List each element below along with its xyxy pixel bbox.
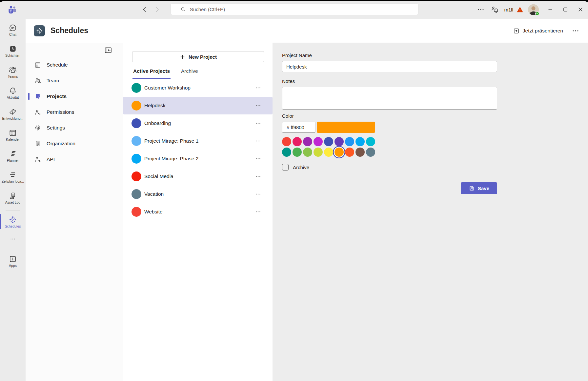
building-icon [34,140,41,147]
palette-color-swatch[interactable] [314,148,323,157]
color-label: Color [282,113,294,119]
sidebar-item-team[interactable]: Team [26,73,123,89]
palette-color-swatch[interactable] [366,137,375,146]
collapse-sidebar-button[interactable] [104,46,112,54]
rail-item-label: Schichten [5,53,20,58]
project-more-icon[interactable] [255,138,261,144]
rail-item-entwicklung[interactable]: Entwicklung... [0,104,26,125]
present-now-button[interactable]: Jetzt präsentieren [513,26,563,36]
rail-item-aktivit-t[interactable]: Aktivität [0,83,26,104]
search-input[interactable]: Suchen (Ctrl+E) [171,3,418,15]
palette-color-swatch[interactable] [282,148,291,157]
save-button[interactable]: Save [461,182,497,194]
rail-item-teams[interactable]: Teams [0,62,26,83]
rail-item-kalender[interactable]: Kalender [0,125,26,146]
new-project-button[interactable]: New Project [132,51,264,62]
projects-panel: New Project Active Projects Archive Cust… [123,43,273,381]
project-row-onboarding[interactable]: Onboarding [123,114,273,132]
sidebar-item-permissions[interactable]: Permissions [26,104,123,120]
warning-icon[interactable] [517,6,523,13]
project-more-icon[interactable] [255,102,261,109]
rail-item-zeitplan-loca[interactable]: Zeitplan loca... [0,167,26,188]
palette-color-swatch[interactable] [303,137,312,146]
notes-input[interactable] [282,87,497,110]
rail-item-planner[interactable]: Planner [0,146,26,167]
project-row-helpdesk[interactable]: Helpdesk [123,97,273,114]
account-name[interactable]: m1ll [504,7,513,12]
project-row-social-media[interactable]: Social Media [123,168,273,185]
project-name: Project Mirage: Phase 1 [144,138,198,144]
project-name: Onboarding [144,120,171,126]
palette-color-swatch[interactable] [282,137,291,146]
project-detail-panel: Project Name Notes Color # ff9800 Archiv… [273,43,588,381]
calendar-icon [9,129,17,137]
palette-row-1 [282,137,375,146]
close-button[interactable] [573,1,588,18]
sidebar-item-api[interactable]: API [26,151,123,167]
project-row-customer-workshop[interactable]: Customer Workshop [123,79,273,97]
project-more-icon[interactable] [255,191,261,197]
back-icon[interactable] [141,6,149,13]
sidebar-item-organization[interactable]: Organization [26,136,123,151]
project-row-vacation[interactable]: Vacation [123,185,273,203]
sidebar-item-settings[interactable]: Settings [26,120,123,136]
rail-item-label: Schedules [5,224,21,229]
palette-color-swatch[interactable] [324,137,333,146]
palette-color-swatch[interactable] [366,148,375,157]
project-tabs: Active Projects Archive [132,66,199,79]
project-more-icon[interactable] [255,120,261,127]
hex-color-input[interactable]: # ff9800 [282,122,315,133]
palette-color-swatch[interactable] [355,137,365,146]
palette-color-swatch[interactable] [303,148,312,157]
rail-item-chat[interactable]: Chat [0,20,26,41]
palette-color-swatch[interactable] [335,137,344,146]
rail-item-schedules[interactable]: Schedules [0,212,26,233]
minimize-button[interactable] [543,1,558,18]
palette-color-swatch[interactable] [324,148,333,157]
schedules-app-icon [34,25,45,36]
project-name: Website [144,209,163,215]
palette-color-swatch[interactable] [335,148,344,157]
palette-color-swatch[interactable] [345,148,354,157]
project-more-icon[interactable] [255,155,261,162]
sidebar-item-projects[interactable]: Projects [26,89,123,104]
sidebar-item-label: Permissions [47,109,74,115]
present-label: Jetzt präsentieren [523,28,563,34]
app-sidebar: ScheduleTeamProjectsPermissionsSettingsO… [26,43,123,381]
titlebar-more-icon[interactable] [477,6,485,13]
project-more-icon[interactable] [255,209,261,215]
notification-bell-icon[interactable] [491,6,499,14]
rail-item-asset-log[interactable]: Asset Log [0,188,26,209]
palette-color-swatch[interactable] [345,137,354,146]
project-name-input[interactable] [282,61,497,72]
project-row-project-mirage-phase-2[interactable]: Project Mirage: Phase 2 [123,150,273,168]
palette-color-swatch[interactable] [355,148,365,157]
project-more-icon[interactable] [255,85,261,91]
archive-checkbox[interactable] [282,164,289,170]
project-more-icon[interactable] [255,173,261,180]
avatar[interactable] [528,4,539,15]
tab-active-projects[interactable]: Active Projects [132,66,171,79]
header-more-icon[interactable] [572,27,579,35]
palette-color-swatch[interactable] [293,137,302,146]
forward-icon[interactable] [153,6,161,13]
project-row-project-mirage-phase-1[interactable]: Project Mirage: Phase 1 [123,132,273,150]
project-name: Social Media [144,173,173,179]
palette-color-swatch[interactable] [314,137,323,146]
tab-archive[interactable]: Archive [180,66,199,79]
project-color-dot [132,171,141,181]
asset-log-icon [9,191,17,200]
project-row-website[interactable]: Website [123,203,273,221]
rail-item-apps[interactable]: Apps [0,251,26,272]
sidebar-item-label: Team [47,78,59,84]
rail-item-label: Planner [7,158,19,163]
sidebar-item-schedule[interactable]: Schedule [26,57,123,73]
maximize-button[interactable] [558,1,573,18]
palette-color-swatch[interactable] [293,148,302,157]
rail-more-icon[interactable] [0,233,26,245]
new-project-label: New Project [189,54,217,60]
archive-label: Archive [293,165,309,170]
rail-item-schichten[interactable]: Schichten [0,41,26,62]
tab-label: Active Projects [133,68,170,74]
rail-divider [6,211,20,211]
